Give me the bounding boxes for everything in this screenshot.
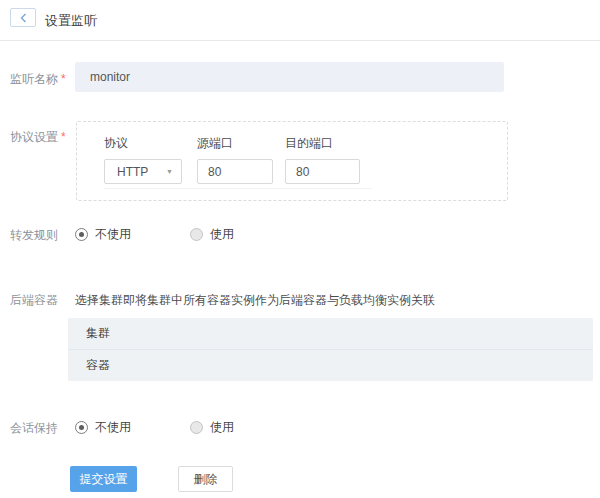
delete-button[interactable]: 删除: [178, 466, 233, 492]
source-port-input[interactable]: [197, 159, 273, 184]
radio-icon[interactable]: [190, 228, 203, 241]
header-divider: [0, 40, 600, 41]
table-row-container[interactable]: 容器: [68, 349, 593, 381]
back-chevron-icon: [20, 13, 27, 23]
listener-name-label: 监听名称*: [10, 71, 66, 88]
protocol-settings-label: 协议设置*: [10, 129, 66, 146]
chevron-down-icon: ▼: [166, 168, 173, 175]
submit-settings-button[interactable]: 提交设置: [70, 466, 137, 492]
row-label: 集群: [86, 325, 110, 342]
forwarding-use-option[interactable]: 使用: [190, 226, 234, 243]
back-button[interactable]: [10, 8, 36, 27]
session-persistence-label: 会话保持: [10, 420, 58, 437]
required-mark: *: [61, 72, 66, 86]
radio-label: 不使用: [95, 226, 131, 243]
page-title: 设置监听: [45, 12, 97, 30]
set-listener-page: 设置监听 监听名称* 协议设置* 协议 源端口 目的端口 HTTP ▼ 转发规则…: [0, 0, 600, 498]
radio-icon[interactable]: [75, 421, 88, 434]
radio-label: 使用: [210, 226, 234, 243]
radio-label: 不使用: [95, 419, 131, 436]
protocol-column-header: 协议: [104, 135, 128, 152]
radio-label: 使用: [210, 419, 234, 436]
protocol-select-value: HTTP: [117, 165, 148, 179]
radio-icon[interactable]: [190, 421, 203, 434]
session-not-use-option[interactable]: 不使用: [75, 419, 131, 436]
table-row-cluster[interactable]: 集群: [68, 318, 593, 349]
dest-port-column-header: 目的端口: [285, 135, 333, 152]
forwarding-not-use-option[interactable]: 不使用: [75, 226, 131, 243]
radio-icon[interactable]: [75, 228, 88, 241]
protocol-settings-box: 协议 源端口 目的端口 HTTP ▼: [76, 121, 508, 201]
protocol-select[interactable]: HTTP ▼: [104, 159, 182, 184]
source-port-column-header: 源端口: [197, 135, 233, 152]
listener-name-input[interactable]: [75, 62, 504, 92]
dest-port-input[interactable]: [285, 159, 360, 184]
backend-description: 选择集群即将集群中所有容器实例作为后端容器与负载均衡实例关联: [75, 292, 435, 309]
row-label: 容器: [86, 357, 110, 374]
required-mark: *: [61, 130, 66, 144]
backend-table: 集群 容器: [68, 318, 593, 381]
forwarding-rules-label: 转发规则: [10, 227, 58, 244]
backend-containers-label: 后端容器: [10, 292, 58, 309]
protocol-row-separator: [104, 188, 372, 189]
session-use-option[interactable]: 使用: [190, 419, 234, 436]
